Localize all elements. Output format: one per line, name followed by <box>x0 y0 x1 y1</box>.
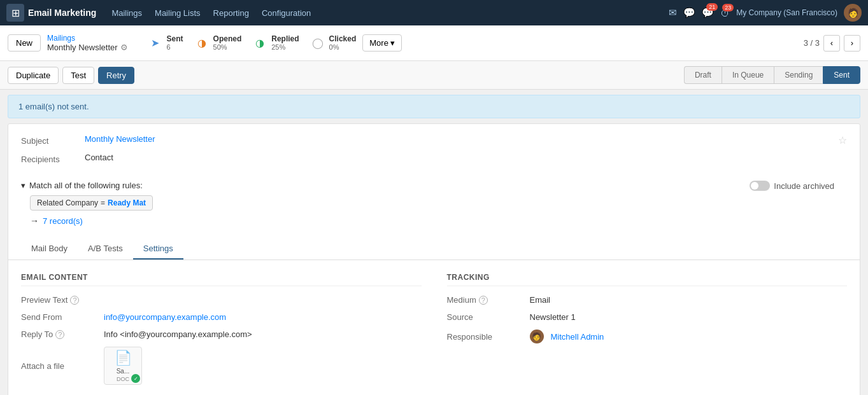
stat-replied[interactable]: ◑ Replied 25% <box>252 34 299 52</box>
whatsapp-icon[interactable]: 💬 <box>683 7 695 18</box>
tab-ab-tests[interactable]: A/B Tests <box>78 239 133 260</box>
pipeline-inqueue[interactable]: In Queue <box>722 66 774 84</box>
opened-info: Opened 50% <box>213 34 242 52</box>
opened-icon: ◑ <box>194 34 210 51</box>
duplicate-button[interactable]: Duplicate <box>8 67 59 84</box>
topnav-menu: Mailings Mailing Lists Reporting Configu… <box>106 6 316 20</box>
attached-file[interactable]: 📄 Sa... DOC ✓ <box>104 347 142 385</box>
more-button[interactable]: More ▾ <box>362 34 402 52</box>
pagination: 3 / 3 ‹ › <box>804 35 860 52</box>
notifications-icon[interactable]: 💬21 <box>702 7 714 18</box>
records-link: → 7 record(s) <box>30 216 750 226</box>
attach-file-row: Attach a file 📄 Sa... DOC ✓ <box>21 347 422 385</box>
menu-reporting[interactable]: Reporting <box>208 6 254 20</box>
responsible-value[interactable]: Mitchell Admin <box>551 332 604 342</box>
main-form-card: Subject Monthly Newsletter ☆ Recipients … <box>8 123 860 395</box>
subject-value[interactable]: Monthly Newsletter <box>85 134 155 144</box>
replied-info: Replied 25% <box>271 34 299 52</box>
menu-mailing-lists[interactable]: Mailing Lists <box>150 6 206 20</box>
stat-sent[interactable]: ➤ Sent 6 <box>147 34 183 52</box>
send-from-label: Send From <box>21 312 104 322</box>
medium-value: Email <box>530 295 551 305</box>
new-button[interactable]: New <box>8 34 41 52</box>
company-name[interactable]: My Company (San Francisco) <box>736 8 837 17</box>
form-section: Subject Monthly Newsletter ☆ Recipients … <box>8 124 860 181</box>
include-archived-toggle[interactable] <box>750 181 770 191</box>
preview-text-label: Preview Text ? <box>21 295 104 305</box>
breadcrumb: Mailings Monthly Newsletter ⚙ <box>47 34 128 52</box>
subject-label: Subject <box>21 134 85 146</box>
opened-label: Opened <box>213 34 242 43</box>
replied-value: 25% <box>271 43 299 52</box>
file-name: Sa... <box>117 368 130 375</box>
settings-tab-content: EMAIL CONTENT Preview Text ? Send From i… <box>8 260 860 395</box>
reply-to-value: Info <info@yourcompany.example.com> <box>104 329 252 339</box>
tab-mail-body[interactable]: Mail Body <box>21 239 78 260</box>
breadcrumb-current: Monthly Newsletter <box>47 43 118 52</box>
menu-mailings[interactable]: Mailings <box>106 6 147 20</box>
file-ext: DOC <box>117 376 129 382</box>
pagination-text: 3 / 3 <box>804 38 820 48</box>
alert-banner: 1 email(s) not sent. <box>8 95 860 118</box>
pipeline-sending[interactable]: Sending <box>774 66 823 84</box>
send-from-row: Send From info@yourcompany.example.com <box>21 312 422 322</box>
email-icon[interactable]: ✉ <box>669 7 677 18</box>
arrow-right-icon: → <box>30 216 39 226</box>
chevron-down-icon: ▾ <box>390 38 395 48</box>
next-page-button[interactable]: › <box>844 35 860 52</box>
stat-opened[interactable]: ◑ Opened 50% <box>194 34 242 52</box>
include-archived-label: Include archived <box>774 181 834 191</box>
sent-label: Sent <box>167 34 183 43</box>
filter-toggle[interactable]: ▾ Match all of the following rules: <box>21 181 750 190</box>
clicked-info: Clicked 0% <box>329 34 357 52</box>
notification-badge: 21 <box>706 3 718 11</box>
menu-configuration[interactable]: Configuration <box>257 6 316 20</box>
prev-page-button[interactable]: ‹ <box>823 35 840 52</box>
pipeline-sent[interactable]: Sent <box>823 66 860 84</box>
source-row: Source Newsletter 1 <box>447 312 848 322</box>
app-title: Email Marketing <box>28 8 96 18</box>
clicked-label: Clicked <box>329 34 357 43</box>
medium-help-icon[interactable]: ? <box>479 296 488 305</box>
clicked-icon: ◯ <box>309 34 326 51</box>
tab-settings[interactable]: Settings <box>133 239 183 260</box>
clock-badge: 23 <box>722 4 734 11</box>
records-count[interactable]: 7 record(s) <box>43 216 83 226</box>
responsible-label: Responsible <box>447 332 530 342</box>
reply-to-label: Reply To ? <box>21 329 104 339</box>
filter-value: Ready Mat <box>108 198 146 207</box>
chevron-down-small-icon: ▾ <box>21 181 25 190</box>
recipients-value: Contact <box>85 153 113 162</box>
stat-group: ➤ Sent 6 ◑ Opened 50% ◑ Replied 25% <box>147 34 357 52</box>
preview-text-help-icon[interactable]: ? <box>70 296 79 305</box>
preview-text-input[interactable] <box>104 295 422 305</box>
filter-chip[interactable]: Related Company = Ready Mat <box>30 195 153 211</box>
preview-text-row: Preview Text ? <box>21 295 422 305</box>
topnav: ⊞ Email Marketing Mailings Mailing Lists… <box>0 0 868 25</box>
stat-clicked[interactable]: ◯ Clicked 0% <box>309 34 357 52</box>
sent-value: 6 <box>167 43 183 52</box>
send-from-value[interactable]: info@yourcompany.example.com <box>104 312 226 322</box>
user-avatar[interactable]: 🧑 <box>844 4 862 22</box>
topnav-right: ✉ 💬 💬21 ⏱23 My Company (San Francisco) 🧑 <box>669 4 862 22</box>
medium-row: Medium ? Email <box>447 295 848 305</box>
favorite-icon[interactable]: ☆ <box>838 134 847 146</box>
recipients-row: Recipients Contact <box>21 153 847 164</box>
status-pipeline: Draft In Queue Sending Sent <box>684 66 860 84</box>
reply-to-help-icon[interactable]: ? <box>55 330 64 339</box>
secondary-bar: New Mailings Monthly Newsletter ⚙ ➤ Sent… <box>0 25 868 61</box>
settings-gear-icon[interactable]: ⚙ <box>120 43 128 52</box>
test-button[interactable]: Test <box>62 67 94 84</box>
filter-toggle-label: Match all of the following rules: <box>29 181 143 190</box>
pipeline-draft[interactable]: Draft <box>684 66 722 84</box>
reply-to-row: Reply To ? Info <info@yourcompany.exampl… <box>21 329 422 339</box>
medium-label: Medium ? <box>447 295 530 305</box>
subject-row: Subject Monthly Newsletter ☆ <box>21 134 847 146</box>
breadcrumb-parent[interactable]: Mailings <box>47 34 128 43</box>
retry-button[interactable]: Retry <box>98 67 134 84</box>
file-check-badge: ✓ <box>131 374 140 383</box>
clock-icon[interactable]: ⏱23 <box>720 8 730 18</box>
app-grid-icon[interactable]: ⊞ <box>6 4 24 22</box>
opened-value: 50% <box>213 43 242 52</box>
recipients-label: Recipients <box>21 153 85 164</box>
